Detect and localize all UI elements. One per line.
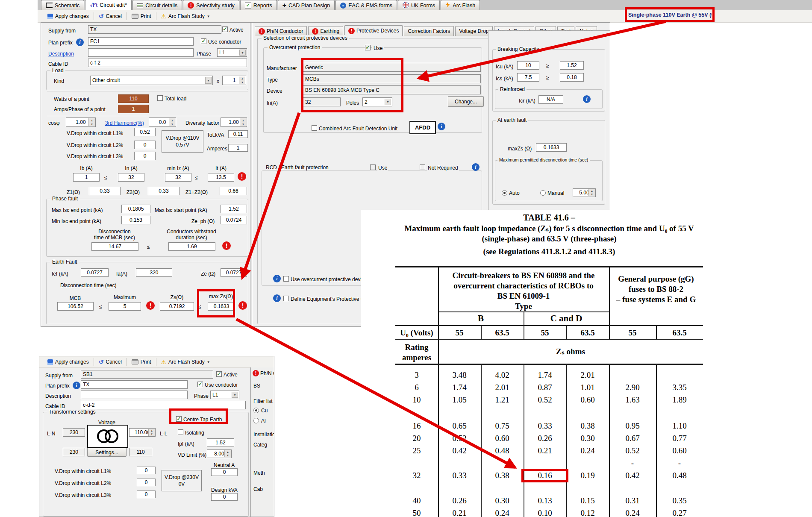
table-cell: 3.48 — [438, 370, 481, 380]
description-field[interactable] — [88, 48, 194, 57]
define-epc-checkbox[interactable] — [283, 296, 289, 301]
cancel-button[interactable]: ↺Cancel — [95, 357, 126, 367]
spinner-buttons[interactable] — [240, 118, 246, 126]
tab-eac-ems[interactable]: aEAC & EMS forms — [335, 0, 397, 10]
icu-field[interactable]: 10 — [517, 61, 539, 70]
tab-uk-forms[interactable]: UK Forms — [398, 0, 440, 10]
watts-value: 110 — [118, 94, 149, 103]
print-button[interactable]: Print — [128, 357, 155, 367]
ln-voltage-field: 230 — [63, 428, 85, 437]
centre-tap-earth-checkbox[interactable] — [176, 416, 182, 422]
info-icon[interactable]: i — [472, 163, 480, 171]
pane-splitter[interactable] — [250, 23, 253, 327]
phase-label: Phase — [197, 51, 211, 57]
manufacturer-field[interactable]: Generic — [303, 63, 481, 72]
phase-dropdown[interactable]: L1 — [210, 391, 239, 399]
withstand-label2: duration (sec) — [176, 235, 207, 241]
tab-protective-devices[interactable]: Protective Devices — [344, 25, 403, 36]
kind-dropdown[interactable]: Other circuit — [90, 76, 213, 85]
info-icon[interactable]: i — [438, 123, 445, 130]
plan-prefix-field[interactable]: TX — [81, 380, 188, 389]
tab-schematic[interactable]: Schematic — [41, 0, 84, 10]
info-icon[interactable]: i — [583, 95, 591, 103]
rcd-use-checkbox[interactable] — [370, 164, 376, 170]
poles-dropdown[interactable]: 2 — [362, 97, 392, 106]
description-field[interactable] — [81, 391, 188, 399]
multiplier-spinner[interactable]: 1 — [222, 76, 246, 85]
active-checkbox[interactable] — [222, 26, 228, 32]
phase-dropdown[interactable]: L1 — [217, 48, 247, 57]
plan-prefix-field[interactable]: FC1 — [88, 37, 194, 46]
spinner-buttons[interactable] — [88, 118, 95, 126]
tab-circuit-details[interactable]: Circuit details — [132, 0, 182, 10]
ics-field[interactable]: 7.5 — [517, 73, 539, 82]
rcd-not-required-checkbox[interactable] — [420, 164, 425, 170]
tab-selectivity-study[interactable]: Selectivity study — [183, 0, 239, 10]
rcd-use-label: Use — [377, 165, 388, 171]
use-ocpd-checkbox[interactable] — [283, 276, 289, 282]
in-a-field[interactable]: 32 — [303, 97, 341, 106]
transformer-settings-button[interactable]: Settings... — [87, 448, 127, 457]
apply-changes-button[interactable]: Apply changes — [44, 357, 93, 367]
warning-icon: ⚠ — [161, 13, 167, 19]
type-field[interactable]: MCBs — [303, 74, 481, 83]
table-cell: 0.42 — [438, 446, 481, 455]
cos-phi-spinner[interactable]: 1.00 — [66, 118, 96, 127]
tab-reports[interactable]: Reports — [240, 0, 277, 10]
use-conductor-checkbox[interactable] — [201, 38, 206, 44]
device-field[interactable]: BS EN 60898 10kA MCB Type C — [303, 85, 481, 94]
tab-phn-conductor[interactable]: Ph/N Conductor — [255, 26, 307, 36]
disc-mcb-field: 14.67 — [91, 242, 138, 251]
print-button[interactable]: Print — [128, 11, 155, 21]
table-cell: 0.12 — [566, 508, 609, 517]
circuit-edit-icon: √I²t — [90, 3, 97, 8]
use-conductor-checkbox[interactable] — [197, 382, 203, 387]
active-checkbox[interactable] — [216, 371, 222, 377]
tab-circuit-edit[interactable]: √I²tCircuit edit* — [85, 0, 132, 10]
use-conductor-label: Use conductor — [205, 382, 238, 388]
cancel-button[interactable]: ↺Cancel — [95, 11, 126, 21]
total-load-checkbox[interactable] — [157, 95, 163, 101]
auto-radio[interactable] — [502, 190, 507, 196]
spinner-buttons[interactable] — [239, 76, 245, 84]
apply-changes-button[interactable]: Apply changes — [44, 11, 93, 21]
tab-correction-factors[interactable]: Correction Factors — [404, 26, 454, 36]
rating-cell: 6 — [395, 383, 438, 392]
secondary-voltage-spinner[interactable]: 110.00 — [129, 428, 156, 437]
harmonic-spinner[interactable]: 0.0 — [149, 118, 176, 127]
change-device-button[interactable]: Change... — [448, 96, 484, 107]
tab-earthing[interactable]: Earthing — [308, 26, 343, 36]
description-link[interactable]: Description — [48, 51, 74, 57]
tab-cad-plan[interactable]: +CAD Plan Design — [278, 0, 335, 10]
spinner-buttons[interactable] — [224, 450, 231, 457]
isolating-checkbox[interactable] — [178, 429, 183, 435]
tab-arc-flash[interactable]: Arc Flash — [441, 0, 480, 10]
arc-flash-study-button[interactable]: ⚠Arc Flash Study▼ — [157, 357, 214, 367]
third-harmonic-link[interactable]: 3rd Harmonic(%) — [105, 120, 144, 126]
manual-radio[interactable] — [540, 190, 546, 196]
tab-voltage-drop[interactable]: Voltage Drop — [455, 26, 492, 36]
spinner-buttons[interactable] — [169, 118, 175, 126]
cu-radio[interactable] — [253, 408, 259, 413]
vd-limit-spinner[interactable]: 8.00 — [207, 449, 232, 458]
tab-phn-conductor[interactable]: Ph/N Co — [260, 370, 274, 376]
cable-id-field[interactable]: c-d-2 — [81, 401, 246, 409]
table-cell: 0.87 — [524, 383, 566, 392]
afdd-checkbox[interactable] — [312, 125, 317, 131]
diversity-spinner[interactable]: 1.00 — [221, 118, 247, 127]
spinner-buttons[interactable] — [588, 189, 595, 196]
info-icon[interactable]: i — [76, 38, 84, 46]
description-label: Description — [45, 393, 71, 399]
panel-max-zs-label: maxZs (Ω) — [508, 146, 532, 152]
spinner-buttons[interactable] — [148, 429, 155, 436]
afdd-check-label: Combined Arc Fault Detection Unit — [319, 126, 397, 132]
arc-flash-study-button[interactable]: ⚠Arc Flash Study▼ — [157, 11, 214, 21]
info-icon[interactable]: i — [273, 275, 281, 282]
overcurrent-use-checkbox[interactable] — [365, 45, 371, 50]
info-icon[interactable]: i — [273, 294, 281, 302]
al-radio[interactable] — [253, 418, 259, 423]
manufacturer-label: Manufacturer — [267, 65, 297, 71]
cable-id-field[interactable]: c-f-2 — [88, 59, 247, 67]
max-disc-time-spinner[interactable]: 5.00 — [573, 188, 596, 197]
info-icon[interactable]: i — [73, 382, 80, 389]
